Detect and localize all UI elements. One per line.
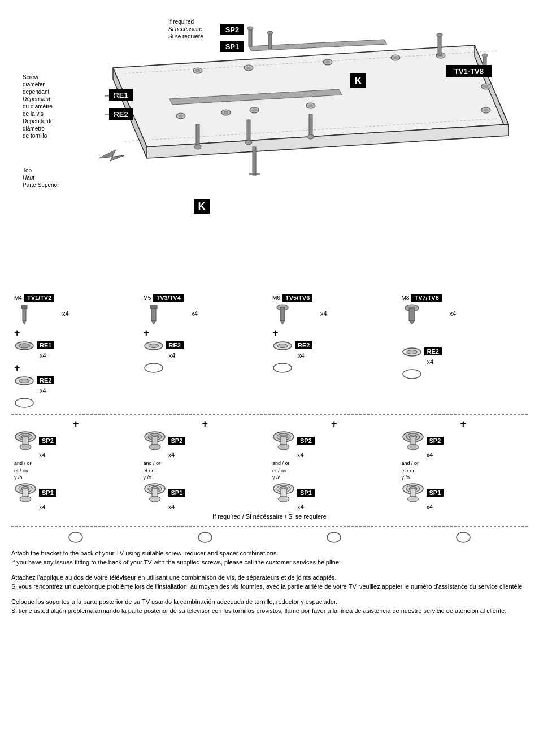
sp2-count-2: x4 [168, 451, 175, 458]
if-required-label: If required / Si nécéssaire / Si se requ… [11, 513, 528, 520]
tv3tv4-badge: TV3/TV4 [153, 294, 183, 302]
screw-label-6: de la vis [23, 111, 44, 117]
sp1-icon-3 [272, 483, 295, 503]
screw-vertical-3 [438, 35, 441, 55]
instruction-en-1: Attach the bracket to the back of your T… [11, 550, 278, 557]
screw-hole-b4-inner [308, 105, 313, 107]
plus-2-cell: + [141, 418, 270, 430]
re2-badge-1: RE2 [37, 376, 54, 384]
sp1-icon-row-1: SP1 [14, 483, 56, 503]
re2-row-1: RE2 [14, 376, 54, 386]
screw-hole-4-inner [393, 57, 398, 59]
svg-point-87 [198, 532, 212, 542]
m8-size-row: M8 TV7/TV8 [402, 294, 442, 303]
plus-1-cell: + [11, 418, 141, 430]
re1-badge: RE1 [37, 341, 54, 349]
re2-count-4: x4 [427, 358, 434, 365]
plus-3-cell: + [270, 418, 399, 430]
and-or-4: and / oret / ouy /o [402, 460, 419, 481]
bottom-circle-3 [325, 532, 342, 543]
instructions-block: Attach the bracket to the back of your T… [11, 549, 528, 616]
svg-point-30 [149, 344, 159, 348]
m4-screw-row: x4 [14, 304, 69, 324]
sp1-badge-3: SP1 [297, 489, 315, 497]
sp2-count-1: x4 [39, 451, 46, 458]
screw-hole-7-inner [484, 109, 488, 112]
sp2-count-3: x4 [297, 451, 304, 458]
sp2-row: SP2 x4 and / oret / ouy /o SP1 x4 [11, 431, 528, 510]
svg-marker-40 [409, 321, 415, 324]
svg-point-74 [278, 496, 289, 502]
sp1-badge-4: SP1 [427, 489, 444, 497]
svg-point-64 [149, 496, 160, 502]
part-group-m5: M5 TV3/TV4 x4 + [141, 294, 270, 373]
m5-screw-count: x4 [192, 310, 198, 317]
screw-hole-6-inner [484, 85, 488, 88]
screw-vertical-5 [196, 124, 199, 147]
dashed-line-bottom-svg [11, 525, 528, 528]
bottom-circle-2 [197, 532, 214, 543]
svg-rect-39 [409, 308, 415, 321]
screw-label-2: diameter [23, 81, 45, 88]
sp2-badge-4: SP2 [427, 437, 444, 445]
sp1-icon-4 [402, 483, 424, 503]
screw-hole-2-inner [246, 67, 251, 69]
m6-size-row: M6 TV5/TV6 [272, 294, 312, 303]
re2-badge-3: RE2 [295, 341, 312, 349]
part-group-m6: M6 TV5/TV6 x4 + R [270, 294, 399, 373]
m4-screw-icon [14, 304, 34, 324]
sp2-group-3: SP2 x4 and / oret / ouy /o SP1 x4 [270, 431, 399, 510]
screw-label-9: de tornillo [23, 133, 47, 139]
m8-screw-count: x4 [450, 310, 457, 317]
screw-dangling [253, 147, 256, 175]
sp1-badge-text: SP1 [225, 42, 240, 51]
re2-count-1: x4 [40, 387, 46, 394]
re2-circle-2 [144, 363, 164, 373]
page: RE1 RE2 SP2 SP1 K TV1-TV8 K If required … [11, 11, 528, 616]
svg-point-86 [69, 532, 82, 542]
sp2-badge-1: SP2 [39, 437, 56, 445]
svg-point-8 [437, 33, 442, 37]
m6-screw-count: x4 [320, 310, 327, 317]
svg-point-12 [307, 134, 314, 139]
svg-point-59 [149, 444, 160, 450]
screw-hole-1-inner [195, 69, 200, 72]
screw-vertical-6 [247, 120, 250, 142]
sp2-icon-row-1: SP2 [14, 431, 56, 451]
instruction-fr: Attachez l'applique au dos de votre télé… [11, 573, 528, 592]
dashed-line-svg [11, 412, 528, 416]
screw-hole-b3-inner [252, 109, 257, 112]
m8-label: M8 [402, 295, 410, 301]
sp2-icon-4 [402, 431, 424, 451]
svg-point-42 [407, 350, 417, 354]
tv5tv6-badge: TV5/TV6 [282, 294, 312, 302]
top-label-1: Top [23, 167, 32, 173]
svg-point-9 [482, 54, 488, 57]
sp2-group-4: SP2 x4 and / oret / ouy /o SP1 x4 [399, 431, 528, 510]
sp2-icon-row-4: SP2 [402, 431, 444, 451]
svg-point-43 [403, 370, 421, 379]
tv1tv8-badge-text: TV1-TV8 [454, 67, 484, 76]
plus-row: + + + + [11, 418, 528, 430]
instruction-es: Coloque los soportes a la parte posterio… [11, 597, 528, 616]
plus-sp-3: + [331, 418, 337, 430]
m5-screw-row: x4 [144, 304, 198, 324]
svg-rect-17 [23, 309, 26, 321]
m6-screw-row: x4 [272, 304, 327, 324]
re1-row: RE1 [14, 341, 54, 351]
plus-4-cell: + [399, 418, 528, 430]
bottom-circle-cell-1 [11, 532, 141, 543]
re2-icon-3 [272, 341, 293, 351]
svg-point-11 [245, 140, 252, 145]
sp1-count-3: x4 [297, 503, 304, 510]
screw-label-1: Screw [23, 74, 39, 80]
svg-point-69 [278, 444, 289, 450]
screw-hole-3-inner [325, 61, 330, 64]
top-diagram: RE1 RE2 SP2 SP1 K TV1-TV8 K If required … [11, 11, 528, 283]
sp1-count-2: x4 [168, 503, 175, 510]
svg-point-89 [457, 532, 470, 542]
sp2-icon-3 [272, 431, 295, 451]
sp1-icon-1 [14, 483, 37, 503]
top-arrow [99, 150, 124, 161]
re2-badge-4: RE2 [424, 347, 442, 355]
